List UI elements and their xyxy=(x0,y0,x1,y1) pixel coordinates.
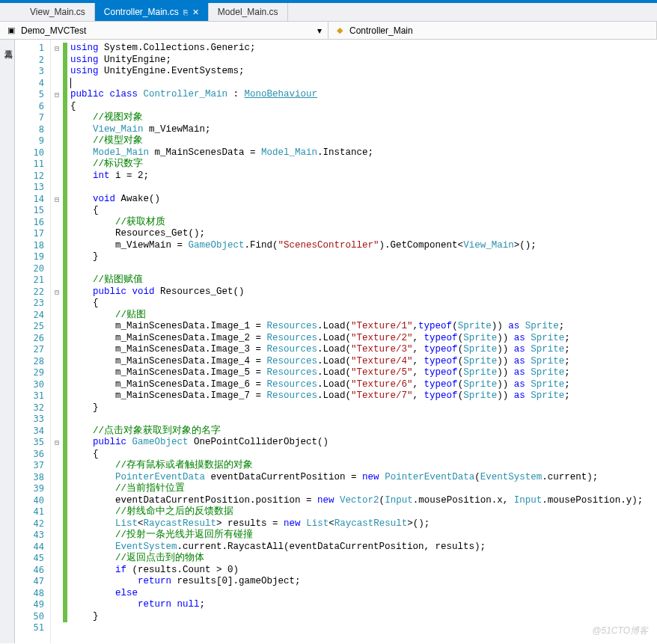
fold-toggle xyxy=(51,402,63,414)
line-number: 23 xyxy=(15,298,44,310)
fold-toggle[interactable]: ⊟ xyxy=(51,43,63,55)
code-line[interactable]: m_MainScenesData.Image_3 = Resources.Loa… xyxy=(70,344,657,356)
code-line[interactable]: public class Controller_Main : MonoBehav… xyxy=(70,89,657,101)
line-number: 3 xyxy=(15,66,44,78)
code-line[interactable]: List<RaycastResult> results = new List<R… xyxy=(70,518,657,530)
code-line[interactable]: int i = 2; xyxy=(70,171,657,183)
code-line[interactable] xyxy=(70,622,657,634)
code-line[interactable]: void Awake() xyxy=(70,194,657,206)
fold-toggle xyxy=(51,205,63,217)
code-line[interactable]: public GameObject OnePointColliderObject… xyxy=(70,437,657,449)
code-line[interactable]: return null; xyxy=(70,599,657,611)
close-icon[interactable]: ✕ xyxy=(192,7,199,17)
pin-icon[interactable]: ⎘ xyxy=(183,8,188,16)
line-number: 37 xyxy=(15,460,44,472)
toolbox-tab[interactable]: 工具箱 xyxy=(0,40,15,643)
line-number: 48 xyxy=(15,588,44,600)
line-number: 50 xyxy=(15,611,44,623)
line-number: 19 xyxy=(15,251,44,263)
code-line[interactable]: PointerEventData eventDataCurrentPositio… xyxy=(70,472,657,484)
line-number-gutter: 1234567891011121314151617181920212223242… xyxy=(15,40,51,643)
code-line[interactable]: using System.Collections.Generic; xyxy=(70,43,657,55)
nav-scope-project[interactable]: ▣ Demo_MVCTest ▾ xyxy=(0,22,328,39)
line-number: 12 xyxy=(15,171,44,183)
code-line[interactable]: public void Resources_Get() xyxy=(70,286,657,298)
code-line[interactable]: } xyxy=(70,402,657,414)
code-line[interactable]: m_MainScenesData.Image_2 = Resources.Loa… xyxy=(70,333,657,345)
chevron-down-icon[interactable]: ▾ xyxy=(317,25,322,36)
code-line[interactable]: using UnityEngine.EventSystems; xyxy=(70,66,657,78)
code-line[interactable]: m_MainScenesData.Image_5 = Resources.Loa… xyxy=(70,367,657,379)
code-line[interactable]: //当前指针位置 xyxy=(70,483,657,495)
code-editor: 工具箱 123456789101112131415161718192021222… xyxy=(0,40,657,643)
fold-toggle xyxy=(51,622,63,634)
tab-model-main[interactable]: Model_Main.cs xyxy=(209,3,288,21)
class-icon: ◆ xyxy=(334,25,345,36)
fold-toggle[interactable]: ⊟ xyxy=(51,286,63,298)
code-line[interactable]: //贴图赋值 xyxy=(70,275,657,286)
code-line[interactable]: { xyxy=(70,298,657,310)
code-line[interactable] xyxy=(70,182,657,194)
fold-toggle xyxy=(51,426,63,438)
line-number: 36 xyxy=(15,449,44,461)
code-line[interactable]: //返回点击到的物体 xyxy=(70,553,657,565)
tab-controller-main[interactable]: Controller_Main.cs ⎘ ✕ xyxy=(95,3,209,21)
fold-toggle xyxy=(51,263,63,275)
code-line[interactable]: m_MainScenesData.Image_6 = Resources.Loa… xyxy=(70,379,657,391)
code-line[interactable]: m_ViewMain = GameObject.Find("ScenesCont… xyxy=(70,240,657,252)
tab-label: Controller_Main.cs xyxy=(104,7,179,17)
code-line[interactable] xyxy=(70,414,657,426)
fold-toggle xyxy=(51,333,63,345)
code-line[interactable]: //模型对象 xyxy=(70,135,657,147)
code-line[interactable]: { xyxy=(70,205,657,217)
code-area[interactable]: using System.Collections.Generic;using U… xyxy=(67,40,657,643)
code-line[interactable]: if (results.Count > 0) xyxy=(70,565,657,577)
code-line[interactable]: { xyxy=(70,449,657,461)
line-number: 44 xyxy=(15,542,44,553)
line-number: 9 xyxy=(15,135,44,147)
fold-toggle[interactable]: ⊟ xyxy=(51,89,63,101)
fold-toggle xyxy=(51,171,63,183)
code-line[interactable]: Resources_Get(); xyxy=(70,228,657,240)
code-line[interactable]: using UnityEngine; xyxy=(70,55,657,67)
tab-label: View_Main.cs xyxy=(30,7,85,17)
code-line[interactable]: //获取材质 xyxy=(70,217,657,229)
fold-toggle xyxy=(51,367,63,379)
code-line[interactable]: } xyxy=(70,251,657,263)
fold-toggle xyxy=(51,553,63,565)
code-line[interactable]: //贴图 xyxy=(70,310,657,322)
code-line[interactable]: m_MainScenesData.Image_7 = Resources.Loa… xyxy=(70,390,657,402)
fold-toggle[interactable]: ⊟ xyxy=(51,437,63,449)
code-line[interactable]: //点击对象获取到对象的名字 xyxy=(70,426,657,438)
fold-toggle xyxy=(51,483,63,495)
code-line[interactable]: //投射一条光线并返回所有碰撞 xyxy=(70,530,657,542)
fold-toggle xyxy=(51,159,63,171)
code-line[interactable]: { xyxy=(70,101,657,113)
code-line[interactable]: eventDataCurrentPosition.position = new … xyxy=(70,495,657,507)
code-line[interactable] xyxy=(70,263,657,275)
document-tabs: View_Main.cs Controller_Main.cs ⎘ ✕ Mode… xyxy=(0,3,657,22)
code-line[interactable]: EventSystem.current.RaycastAll(eventData… xyxy=(70,542,657,553)
line-number: 13 xyxy=(15,182,44,194)
fold-toggle xyxy=(51,275,63,286)
code-line[interactable]: return results[0].gameObject; xyxy=(70,576,657,588)
fold-toggle xyxy=(51,66,63,78)
code-line[interactable]: View_Main m_ViewMain; xyxy=(70,124,657,136)
fold-toggle xyxy=(51,588,63,600)
code-line[interactable]: else xyxy=(70,588,657,600)
code-line[interactable]: //存有鼠标或者触摸数据的对象 xyxy=(70,460,657,472)
fold-toggle[interactable]: ⊟ xyxy=(51,194,63,206)
code-line[interactable]: //标识数字 xyxy=(70,159,657,171)
nav-scope-class[interactable]: ◆ Controller_Main xyxy=(328,22,657,39)
code-line[interactable]: m_MainScenesData.Image_4 = Resources.Loa… xyxy=(70,356,657,368)
code-line[interactable]: m_MainScenesData.Image_1 = Resources.Loa… xyxy=(70,321,657,333)
code-line[interactable]: //视图对象 xyxy=(70,112,657,124)
line-number: 2 xyxy=(15,55,44,67)
nav-left-label: Demo_MVCTest xyxy=(21,25,86,36)
code-line[interactable] xyxy=(70,78,657,90)
line-number: 47 xyxy=(15,576,44,588)
code-line[interactable]: //射线命中之后的反馈数据 xyxy=(70,506,657,518)
code-line[interactable]: Model_Main m_MainScenesData = Model_Main… xyxy=(70,147,657,159)
code-line[interactable]: } xyxy=(70,611,657,623)
tab-view-main[interactable]: View_Main.cs xyxy=(21,3,95,21)
